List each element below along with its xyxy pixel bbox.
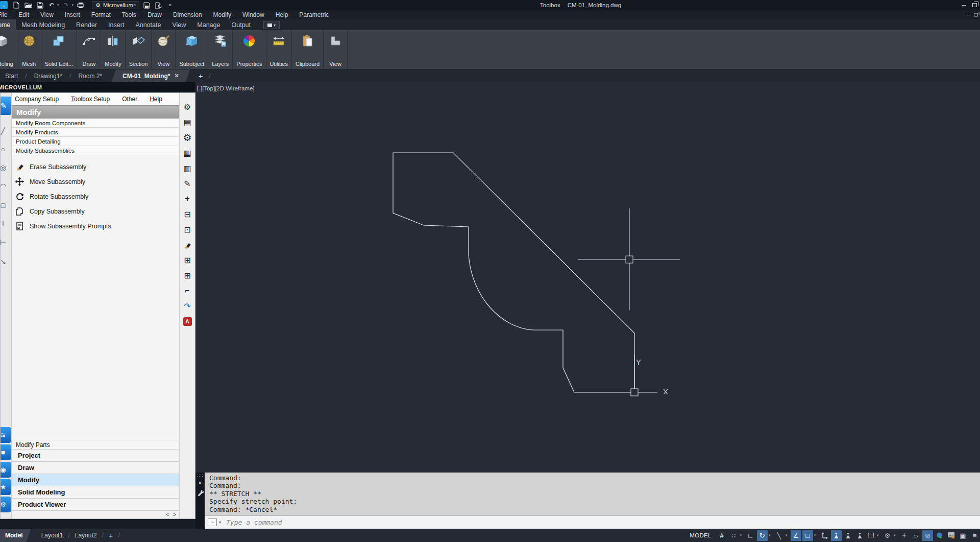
ellipse-tool-icon[interactable]: ○	[1, 143, 10, 155]
model-tab[interactable]: Model	[0, 529, 31, 542]
snap-caret-icon[interactable]: ▾	[740, 533, 744, 537]
menu-tools[interactable]: Tools	[116, 10, 142, 19]
file-tab-cm01-molding[interactable]: CM-01_Molding* ✕	[111, 69, 190, 82]
active-tool-icon[interactable]: ✎	[1, 97, 11, 115]
tool-rotate-subassembly[interactable]: Rotate Subassembly	[12, 189, 179, 204]
drawing-canvas[interactable]: [-][Top][2D Wireframe] X Y	[195, 82, 980, 473]
ortho-mode-icon[interactable]: ∟	[745, 530, 756, 541]
dynamic-ucs-icon[interactable]	[819, 530, 830, 541]
ribbon-tab-home[interactable]: Home	[0, 19, 16, 30]
ribbon-button-properties[interactable]: Properties	[233, 30, 265, 69]
menu-other[interactable]: Other	[122, 96, 137, 103]
ribbon-tab-view[interactable]: View	[166, 19, 191, 30]
settings-mode-icon[interactable]: ⚙	[1, 497, 11, 512]
object-snap-tracking-icon[interactable]: ∠	[791, 530, 801, 541]
pdf-export-icon[interactable]: Λ	[180, 314, 195, 329]
undo-icon[interactable]: ↶	[47, 1, 56, 9]
menu-toolbox-setup[interactable]: Toolbox Setup	[71, 96, 110, 103]
molding-profile-icon[interactable]: ⌐	[180, 283, 195, 298]
restore-icon[interactable]	[972, 3, 977, 7]
file-tab-start[interactable]: Start	[0, 69, 23, 82]
scale-caret-icon[interactable]: ▾	[877, 533, 881, 537]
qat-more-icon[interactable]: ≡	[165, 1, 175, 9]
copy-part-icon[interactable]: ⊡	[180, 222, 195, 237]
line-tool-icon[interactable]: ╱	[1, 125, 10, 137]
ribbon-tab-manage[interactable]: Manage	[191, 19, 226, 30]
ribbon-tab-mesh-modeling[interactable]: Mesh Modeling	[16, 19, 70, 30]
ribbon-tab-render[interactable]: Render	[70, 19, 103, 30]
fullscreen-icon[interactable]: ▣	[958, 530, 968, 541]
edit-pencil-icon[interactable]: ✎	[180, 176, 195, 191]
ribbon-button-modify[interactable]: Modify	[101, 30, 125, 69]
scroll-left-icon[interactable]: <	[166, 512, 169, 517]
grid-display-icon[interactable]: #	[717, 530, 727, 541]
ribbon-tab-insert[interactable]: Insert	[103, 19, 130, 30]
ribbon-button-clipboard[interactable]: Clipboard	[292, 30, 323, 69]
category-project[interactable]: Project	[12, 450, 179, 462]
annotation-scale-person-icon[interactable]	[854, 530, 865, 541]
command-history[interactable]: Command: Command: ** STRETCH ** Specify …	[205, 473, 980, 515]
ribbon-button-subobject[interactable]: Subobject	[176, 30, 208, 69]
minimize-icon[interactable]	[962, 5, 966, 6]
link-modify-products[interactable]: Modify Products	[12, 128, 179, 137]
link-modify-room-components[interactable]: Modify Room Components	[12, 119, 179, 128]
ribbon-button-utilities[interactable]: Utilities	[266, 30, 291, 69]
isolate-objects-icon[interactable]: ▱	[911, 530, 921, 541]
command-input-row[interactable]: > ▾ Type a command	[205, 515, 980, 529]
ribbon-button-view-block[interactable]: View	[324, 30, 347, 69]
menu-window[interactable]: Window	[237, 10, 270, 19]
search-doc-icon[interactable]	[154, 1, 163, 9]
scroll-right-icon[interactable]: >	[173, 512, 176, 517]
menu-company-setup[interactable]: Company Setup	[15, 96, 59, 103]
layout2-tab[interactable]: Layout2	[72, 532, 100, 539]
polar-caret-icon[interactable]: ▾	[769, 533, 773, 537]
model-mode-icon[interactable]: ■	[1, 444, 11, 460]
ribbon-button-layers[interactable]: Layers	[208, 30, 232, 69]
polar-tracking-icon[interactable]: ↻	[757, 530, 768, 541]
category-solid-modeling[interactable]: Solid Modeling	[12, 486, 179, 499]
layout1-tab[interactable]: Layout1	[38, 532, 66, 539]
file-tab-room2[interactable]: Room 2*	[73, 69, 107, 82]
ribbon-button-view-sphere[interactable]: View	[152, 30, 175, 69]
doc-minimize-icon[interactable]	[966, 15, 970, 15]
save-as-icon[interactable]	[142, 1, 151, 9]
snap-mode-icon[interactable]: ∷	[728, 530, 739, 541]
ribbon-tab-annotate[interactable]: Annotate	[130, 19, 166, 30]
erase-part-icon[interactable]	[180, 237, 195, 252]
ribbon-button-mesh[interactable]: Mesh	[17, 30, 41, 69]
dimension-tool-icon[interactable]: ⊢	[1, 236, 10, 248]
ribbon-button-solid-edit[interactable]: Solid Edit...	[41, 30, 77, 69]
workspace-switcher[interactable]: ⚙ Microvellum ▾	[92, 1, 139, 9]
drag-grip-icon[interactable]	[197, 474, 203, 477]
prompt-doc-icon[interactable]: ▤	[180, 114, 195, 130]
close-tab-icon[interactable]: ✕	[174, 73, 179, 79]
undo-caret-icon[interactable]: ▾	[57, 3, 59, 7]
circle-tool-icon[interactable]: ◎	[1, 161, 10, 174]
menu-dimension[interactable]: Dimension	[167, 10, 208, 19]
menu-modify[interactable]: Modify	[208, 10, 237, 19]
ribbon-button-modeling[interactable]: Modeling	[0, 30, 17, 69]
customize-hamburger-icon[interactable]: ≡	[969, 530, 980, 541]
ribbon-button-section[interactable]: Section	[126, 30, 152, 69]
annotation-scale-value[interactable]: 1:1	[866, 532, 876, 538]
menu-edit[interactable]: Edit	[13, 10, 35, 19]
link-modify-subassemblies[interactable]: Modify Subassemblies	[12, 146, 179, 155]
network-mode-icon[interactable]: ≋	[1, 427, 11, 443]
new-file-icon[interactable]	[12, 1, 21, 9]
category-modify[interactable]: Modify	[12, 474, 179, 486]
wrench-icon[interactable]	[197, 489, 204, 498]
ribbon-collapse-button[interactable]: ▾	[263, 21, 280, 29]
menu-help[interactable]: Help	[270, 10, 294, 19]
move-part-icon[interactable]: +	[180, 191, 195, 206]
redo-icon[interactable]: ↷	[62, 1, 71, 9]
object-snap-icon[interactable]: □	[802, 530, 813, 541]
command-input-placeholder[interactable]: Type a command	[226, 519, 282, 526]
window-grid-icon[interactable]: ⊞	[180, 252, 195, 268]
item-modify-parts[interactable]: Modify Parts	[12, 440, 179, 450]
report-mode-icon[interactable]: ★	[1, 479, 11, 495]
settings-caret-icon[interactable]: ▾	[894, 533, 898, 537]
menu-insert[interactable]: Insert	[59, 10, 86, 19]
tool-move-subassembly[interactable]: Move Subassembly	[12, 174, 179, 189]
close-command-icon[interactable]: ✕	[198, 480, 202, 486]
menu-format[interactable]: Format	[86, 10, 116, 19]
